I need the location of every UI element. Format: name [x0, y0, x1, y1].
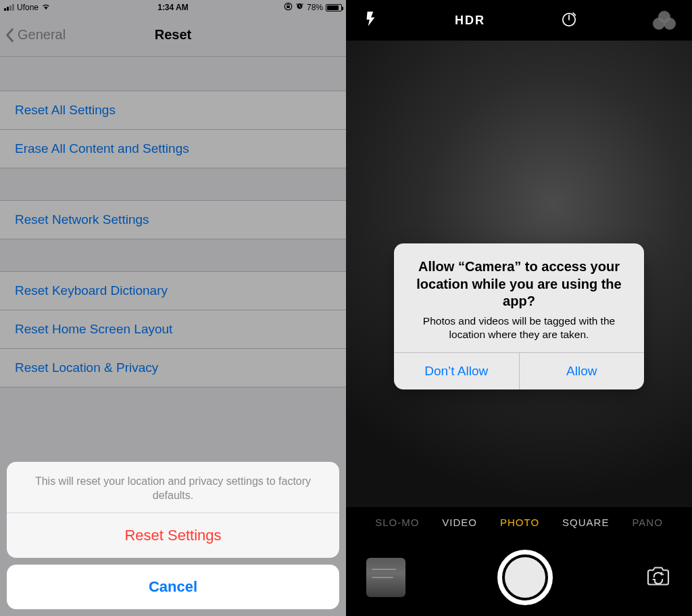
last-photo-thumbnail[interactable] — [366, 558, 405, 597]
mode-slomo[interactable]: SLO-MO — [375, 517, 419, 528]
filters-icon[interactable] — [653, 11, 676, 30]
reset-settings-button[interactable]: Reset Settings — [7, 513, 339, 558]
camera-modes: SLO-MO VIDEO PHOTO SQUARE PANO — [346, 507, 692, 528]
dont-allow-button[interactable]: Don’t Allow — [394, 353, 519, 389]
nav-bar: General Reset — [0, 14, 346, 57]
battery-icon — [326, 4, 342, 11]
reset-location-privacy-row[interactable]: Reset Location & Privacy — [0, 348, 346, 387]
reset-home-screen-row[interactable]: Reset Home Screen Layout — [0, 310, 346, 348]
mode-photo[interactable]: PHOTO — [500, 517, 539, 528]
status-time: 1:34 AM — [0, 3, 346, 12]
timer-icon[interactable] — [560, 10, 578, 30]
camera-bottom-bar: SLO-MO VIDEO PHOTO SQUARE PANO — [346, 507, 692, 616]
camera-top-bar: HDR — [346, 0, 692, 41]
alert-subtitle: Photos and videos will be tagged with th… — [407, 314, 631, 341]
settings-group: Reset Keyboard Dictionary Reset Home Scr… — [0, 271, 346, 387]
alert-title: Allow “Camera” to access your location w… — [407, 258, 631, 310]
reset-all-settings-row[interactable]: Reset All Settings — [0, 91, 346, 129]
settings-reset-screen: Ufone 1:34 AM 78% — [0, 0, 346, 616]
settings-group: Reset Network Settings — [0, 200, 346, 239]
cancel-button[interactable]: Cancel — [7, 565, 339, 609]
switch-camera-button[interactable] — [645, 565, 672, 590]
reset-keyboard-dictionary-row[interactable]: Reset Keyboard Dictionary — [0, 271, 346, 310]
mode-pano[interactable]: PANO — [632, 517, 662, 528]
shutter-button[interactable] — [497, 550, 553, 605]
camera-viewfinder: Allow “Camera” to access your location w… — [346, 41, 692, 507]
location-permission-alert: Allow “Camera” to access your location w… — [394, 243, 644, 389]
allow-button[interactable]: Allow — [519, 353, 645, 389]
status-bar: Ufone 1:34 AM 78% — [0, 0, 346, 14]
settings-group: Reset All Settings Erase All Content and… — [0, 91, 346, 168]
reset-network-settings-row[interactable]: Reset Network Settings — [0, 200, 346, 239]
mode-square[interactable]: SQUARE — [562, 517, 609, 528]
flash-icon[interactable] — [362, 10, 380, 30]
page-title: Reset — [0, 27, 346, 43]
erase-all-content-row[interactable]: Erase All Content and Settings — [0, 129, 346, 168]
action-sheet-message: This will reset your location and privac… — [7, 462, 339, 513]
hdr-button[interactable]: HDR — [455, 14, 485, 28]
mode-video[interactable]: VIDEO — [442, 517, 477, 528]
action-sheet: This will reset your location and privac… — [7, 462, 339, 609]
camera-screen: HDR Allow “Camera” to access your locati… — [346, 0, 692, 616]
